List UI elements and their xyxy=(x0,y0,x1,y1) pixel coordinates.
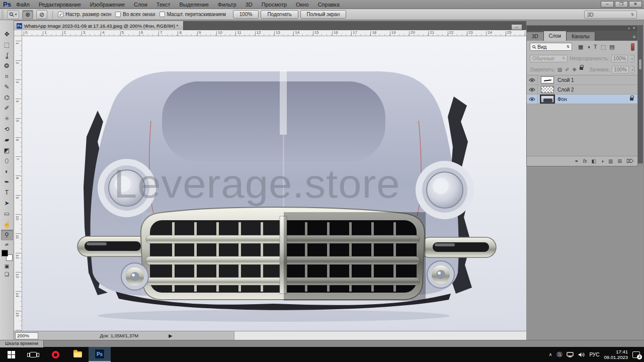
menu-Редактирование[interactable]: Редактирование xyxy=(39,2,81,8)
lock-position-icon[interactable]: ✥ xyxy=(573,67,577,72)
filter-type-select[interactable]: ⚲ Вид ⇅ xyxy=(530,43,572,51)
lasso-tool[interactable]: ʆ xyxy=(1,50,13,61)
opacity-dropdown-icon[interactable]: ▾ xyxy=(630,55,634,62)
horizontal-ruler[interactable]: 0123456789101112131415161718192021222324… xyxy=(22,30,526,36)
button-100%[interactable]: 100% xyxy=(233,10,259,19)
checkbox-box[interactable] xyxy=(159,12,165,17)
button-Полный экран[interactable]: Полный экран xyxy=(300,10,347,19)
network-icon[interactable] xyxy=(567,352,574,357)
menu-Файл[interactable]: Файл xyxy=(16,2,30,8)
quick-mask-button[interactable]: ▣ xyxy=(5,263,9,269)
layer-thumbnail[interactable] xyxy=(541,96,554,103)
menu-3D[interactable]: 3D xyxy=(246,2,253,8)
lock-all-icon[interactable] xyxy=(580,67,583,70)
dock-rail-handle[interactable] xyxy=(639,59,641,69)
hand-tool[interactable]: ☝ xyxy=(1,219,13,230)
workspace-selector[interactable]: 3D ⇅ xyxy=(584,11,637,19)
marquee-tool[interactable]: ⬚ xyxy=(1,40,13,50)
zoom-in-toggle[interactable]: ⊕ xyxy=(22,10,33,19)
link-layers-icon[interactable]: ⚭ xyxy=(574,158,578,164)
foreground-color[interactable] xyxy=(2,250,8,256)
filter-toggle-switch[interactable] xyxy=(631,43,634,51)
filter-pixel-layers-icon[interactable]: ▦ xyxy=(578,44,583,50)
explorer-taskbar-button[interactable] xyxy=(66,347,89,362)
layer-name[interactable]: Слой 1 xyxy=(557,77,637,83)
panel-menu-icon[interactable]: ≡ xyxy=(633,34,635,39)
menu-Справка[interactable]: Справка xyxy=(318,2,340,8)
gradient-tool[interactable]: ◩ xyxy=(1,145,13,156)
layer-name[interactable]: Фон xyxy=(557,97,630,102)
panel-tab-Слои[interactable]: Слои xyxy=(544,31,567,41)
status-arrow-icon[interactable]: ▶ xyxy=(169,333,172,338)
checkbox-Настр. размер окон[interactable]: ✓Настр. размер окон xyxy=(58,12,111,17)
vertical-ruler[interactable]: 12345678910111213141516 xyxy=(14,36,22,331)
photoshop-taskbar-button[interactable]: Ps xyxy=(89,347,111,362)
new-layer-icon[interactable]: ⊞ xyxy=(617,158,621,164)
opacity-value[interactable]: 100% xyxy=(611,55,628,62)
collapse-dock-icon[interactable]: « xyxy=(628,27,630,30)
eraser-tool[interactable]: ▰ xyxy=(1,135,13,145)
lock-pixels-icon[interactable]: ✐ xyxy=(565,67,569,72)
zoom-out-toggle[interactable]: ⊖ xyxy=(36,10,47,19)
eyedropper-tool[interactable]: ✎ xyxy=(1,82,13,93)
filter-smart-objects-icon[interactable]: ▤ xyxy=(609,44,614,50)
blur-tool[interactable]: ⬯ xyxy=(1,156,13,166)
layer-styles-icon[interactable]: fx xyxy=(583,158,587,164)
menu-Выделение[interactable]: Выделение xyxy=(180,2,209,8)
layer-thumbnail[interactable] xyxy=(541,86,554,93)
layer-thumbnail[interactable] xyxy=(541,76,554,83)
filter-shape-layers-icon[interactable]: ⬚ xyxy=(601,44,606,50)
document-size-segment[interactable]: Док: 1,05M/1,37M ▶ xyxy=(38,331,234,340)
layer-group-icon[interactable]: ▥ xyxy=(608,158,613,164)
crop-tool[interactable]: ⌗ xyxy=(1,71,13,82)
layer-mask-icon[interactable]: ◧ xyxy=(592,158,596,164)
tray-chevron-icon[interactable]: ∧ xyxy=(549,352,552,357)
shape-tool[interactable]: ▭ xyxy=(1,209,13,219)
checkbox-Во всех окнах[interactable]: Во всех окнах xyxy=(115,12,155,17)
task-view-button[interactable] xyxy=(22,347,44,362)
minimize-button[interactable]: – xyxy=(601,1,614,8)
document-tab[interactable]: Ps WhatsApp Image 2023-01-09 at 17.16.43… xyxy=(14,21,184,30)
brush-tool[interactable]: ✐ xyxy=(1,103,13,114)
speaker-icon[interactable] xyxy=(578,352,585,357)
checkbox-box[interactable] xyxy=(115,12,121,17)
quick-selection-tool[interactable]: ❂ xyxy=(1,61,13,71)
layer-row-Слой 1[interactable]: Слой 1 xyxy=(527,75,637,85)
color-swatches[interactable] xyxy=(2,250,13,261)
menu-Фильтр[interactable]: Фильтр xyxy=(218,2,236,8)
layer-visibility-eye-icon[interactable] xyxy=(527,95,538,104)
menu-Окно[interactable]: Окно xyxy=(296,2,309,8)
timeline-tab[interactable]: Шкала времени xyxy=(0,340,44,347)
menu-Просмотр[interactable]: Просмотр xyxy=(262,2,287,8)
panel-tab-Каналы[interactable]: Каналы xyxy=(567,32,595,41)
screen-mode-button[interactable]: ❏ xyxy=(5,272,9,277)
start-button[interactable] xyxy=(0,347,22,362)
tray-app-icon[interactable]: ⓐ xyxy=(556,351,562,358)
type-tool[interactable]: T xyxy=(1,188,13,198)
fill-value[interactable]: 100% xyxy=(612,66,629,73)
restore-button[interactable]: ❐ xyxy=(615,1,628,8)
checkbox-Масшт. перетаскиванием[interactable]: Масшт. перетаскиванием xyxy=(159,12,226,17)
active-tool-badge[interactable]: ⚲ ▾ xyxy=(7,10,19,19)
layer-name[interactable]: Слой 2 xyxy=(557,87,637,93)
close-button[interactable]: ✕ xyxy=(629,1,642,8)
pen-tool[interactable]: ✒ xyxy=(1,177,13,188)
language-indicator[interactable]: РУС xyxy=(589,352,599,357)
close-panel-icon[interactable]: ✕ xyxy=(632,26,635,30)
panel-tab-3D[interactable]: 3D xyxy=(527,32,544,41)
button-Подогнать[interactable]: Подогнать xyxy=(261,10,298,19)
checkbox-box[interactable]: ✓ xyxy=(58,12,63,17)
layer-visibility-eye-icon[interactable] xyxy=(527,75,538,84)
swap-colors-icon[interactable]: ⇄ xyxy=(5,242,9,247)
clone-stamp-tool[interactable]: ⍟ xyxy=(1,114,13,124)
layer-row-Фон[interactable]: Фон xyxy=(527,95,637,104)
action-center-icon[interactable]: 2 xyxy=(632,351,640,358)
layer-row-Слой 2[interactable]: Слой 2 xyxy=(527,85,637,95)
history-brush-tool[interactable]: ⟲ xyxy=(1,124,13,135)
menu-Слои[interactable]: Слои xyxy=(134,2,147,8)
lock-transparency-icon[interactable]: ▨ xyxy=(557,67,562,72)
dock-rail[interactable] xyxy=(638,25,643,163)
canvas[interactable]: Leverage.store xyxy=(22,36,526,331)
layer-visibility-eye-icon[interactable] xyxy=(527,85,538,94)
zoom-tool[interactable]: ⚲ xyxy=(1,230,13,240)
